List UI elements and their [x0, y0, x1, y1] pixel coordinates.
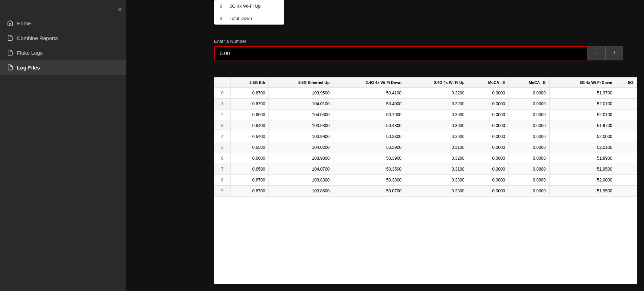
sidebar-item-log-files-label: Log Files — [17, 65, 40, 71]
cell-c1: 0.6700 — [231, 175, 269, 186]
cell-c3: 50.0700 — [333, 186, 405, 197]
data-table-container[interactable]: 2.5G Eth 2.5G Ethernet Up 2.4G 4x Wi-Fi … — [214, 77, 637, 284]
cell-c6: 0.0000 — [509, 175, 550, 186]
cell-c4: 0.3200 — [405, 88, 468, 99]
cell-c1: 0.6700 — [231, 99, 269, 110]
cell-idx: 6 — [214, 153, 231, 164]
cell-c3: 50.1900 — [333, 110, 405, 120]
cell-c5: 0.0000 — [468, 110, 509, 120]
log-files-icon — [7, 64, 13, 71]
cell-c8 — [616, 186, 637, 197]
cell-c8 — [616, 142, 637, 153]
dropdown-item-8[interactable]: 8 5G 4x Wi-Fi Up — [214, 0, 284, 12]
cell-c1: 0.6400 — [231, 120, 269, 131]
sidebar-item-fluke-logs[interactable]: Fluke Logs — [0, 45, 126, 60]
cell-c2: 104.0700 — [269, 164, 333, 175]
cell-c7: 51.9900 — [549, 153, 616, 164]
table-row: 3 0.6400 103.9300 50.4800 0.3000 0.0000 … — [214, 120, 637, 131]
cell-c6: 0.0000 — [509, 88, 550, 99]
cell-c2: 103.9800 — [269, 153, 333, 164]
cell-idx: 4 — [214, 131, 231, 142]
cell-idx: 3 — [214, 120, 231, 131]
cell-c1: 0.6600 — [231, 153, 269, 164]
cell-c5: 0.0000 — [468, 142, 509, 153]
cell-c6: 0.0000 — [509, 164, 550, 175]
data-table: 2.5G Eth 2.5G Ethernet Up 2.4G 4x Wi-Fi … — [214, 77, 637, 197]
cell-c2: 104.0100 — [269, 99, 333, 110]
cell-c6: 0.0000 — [509, 110, 550, 120]
col-header-4: 2.4G 4x Wi-Fi Up — [405, 78, 468, 88]
cell-c1: 0.6400 — [231, 131, 269, 142]
table-row: 0 0.6700 103.9500 50.4100 0.3200 0.0000 … — [214, 88, 637, 99]
col-header-2: 2.5G Ethernet Up — [269, 78, 333, 88]
cell-c2: 103.9300 — [269, 120, 333, 131]
plus-button[interactable]: + — [605, 46, 623, 60]
cell-c4: 0.3300 — [405, 175, 468, 186]
cell-c1: 0.6500 — [231, 164, 269, 175]
table-row: 7 0.6500 104.0700 50.3500 0.3100 0.0000 … — [214, 164, 637, 175]
sidebar-item-log-files[interactable]: Log Files — [0, 60, 126, 75]
cell-idx: 1 — [214, 99, 231, 110]
cell-c2: 103.9500 — [269, 88, 333, 99]
table-row: 1 0.6700 104.0100 50.4000 0.3200 0.0000 … — [214, 99, 637, 110]
sidebar: ✕ Home Combine Reports Fluke Logs Log Fi… — [0, 0, 126, 291]
sidebar-item-home-label: Home — [17, 20, 31, 26]
cell-c6: 0.0000 — [509, 131, 550, 142]
cell-c8 — [616, 110, 637, 120]
table-row: 2 0.6500 104.0300 50.1900 0.3000 0.0000 … — [214, 110, 637, 120]
dropdown-item-8-label: 5G 4x Wi-Fi Up — [230, 4, 261, 9]
cell-c3: 50.4000 — [333, 99, 405, 110]
dropdown-item-9[interactable]: 9 Total Down — [214, 12, 284, 25]
sidebar-item-combine-reports-label: Combine Reports — [17, 35, 58, 41]
cell-c5: 0.0000 — [468, 131, 509, 142]
dropdown-item-9-num: 9 — [220, 16, 225, 21]
cell-c4: 0.3000 — [405, 120, 468, 131]
table-header-row: 2.5G Eth 2.5G Ethernet Up 2.4G 4x Wi-Fi … — [214, 78, 637, 88]
cell-c1: 0.6700 — [231, 88, 269, 99]
enter-number-label: Enter a Number — [214, 39, 623, 44]
sidebar-item-combine-reports[interactable]: Combine Reports — [0, 31, 126, 45]
cell-c6: 0.0000 — [509, 99, 550, 110]
cell-c4: 0.3000 — [405, 131, 468, 142]
cell-c7: 51.9500 — [549, 186, 616, 197]
number-input[interactable] — [214, 46, 588, 60]
fluke-logs-icon — [7, 49, 13, 56]
cell-c1: 0.6500 — [231, 110, 269, 120]
cell-idx: 9 — [214, 186, 231, 197]
col-header-6: MoCA - E — [509, 78, 550, 88]
col-header-5: MoCA - E — [468, 78, 509, 88]
cell-c5: 0.0000 — [468, 88, 509, 99]
cell-c7: 52.0100 — [549, 99, 616, 110]
sidebar-item-fluke-logs-label: Fluke Logs — [17, 50, 42, 56]
cell-c2: 103.9900 — [269, 131, 333, 142]
close-button[interactable]: ✕ — [0, 4, 126, 16]
cell-c8 — [616, 120, 637, 131]
cell-c2: 104.0200 — [269, 142, 333, 153]
enter-number-section: Enter a Number − + — [214, 39, 623, 60]
dropdown-item-8-num: 8 — [220, 4, 225, 9]
minus-button[interactable]: − — [588, 46, 605, 60]
cell-c7: 51.9500 — [549, 164, 616, 175]
table-row: 9 0.6700 103.8600 50.0700 0.3300 0.0000 … — [214, 186, 637, 197]
cell-c4: 0.3000 — [405, 110, 468, 120]
close-icon: ✕ — [118, 6, 122, 13]
cell-c7: 52.0100 — [549, 142, 616, 153]
cell-c6: 0.0000 — [509, 153, 550, 164]
cell-c2: 103.8300 — [269, 175, 333, 186]
cell-c3: 50.3500 — [333, 164, 405, 175]
cell-c7: 51.9700 — [549, 120, 616, 131]
table-row: 8 0.6700 103.8300 50.3800 0.3300 0.0000 … — [214, 175, 637, 186]
cell-c8 — [616, 153, 637, 164]
cell-c5: 0.0000 — [468, 153, 509, 164]
cell-c5: 0.0000 — [468, 175, 509, 186]
cell-c7: 52.0000 — [549, 131, 616, 142]
col-header-1: 2.5G Eth — [231, 78, 269, 88]
col-header-3: 2.4G 4x Wi-Fi Down — [333, 78, 405, 88]
cell-idx: 7 — [214, 164, 231, 175]
cell-idx: 8 — [214, 175, 231, 186]
sidebar-item-home[interactable]: Home — [0, 16, 126, 31]
cell-c7: 52.0100 — [549, 110, 616, 120]
table-row: 4 0.6400 103.9900 50.3800 0.3000 0.0000 … — [214, 131, 637, 142]
cell-c3: 50.3900 — [333, 142, 405, 153]
dropdown-menu: 8 5G 4x Wi-Fi Up 9 Total Down — [214, 0, 284, 25]
